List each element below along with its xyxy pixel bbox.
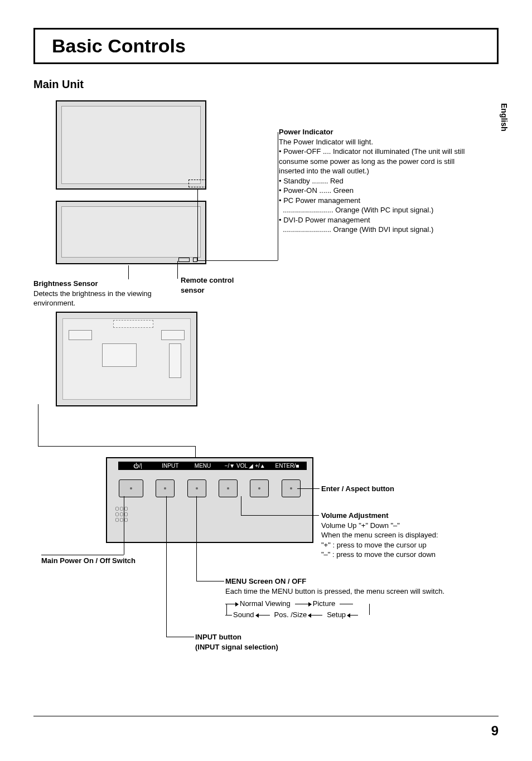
label-body: Each time the MENU button is pressed, th… bbox=[225, 586, 448, 597]
leader-line bbox=[241, 515, 319, 516]
btn-label-enter: ENTER/■ bbox=[271, 463, 303, 469]
label-menu-button: MENU Screen ON / OFF Each time the MENU … bbox=[225, 576, 448, 622]
figure-button-panel: ⏻/| INPUT MENU −/▼ VOL ◢ +/▲ ENTER/■ ▢▢▢… bbox=[106, 457, 313, 543]
power-button bbox=[119, 479, 143, 497]
page-title: Basic Controls bbox=[52, 35, 486, 57]
leader-line bbox=[38, 404, 38, 446]
btn-label-input: INPUT bbox=[154, 463, 186, 469]
figure-tv-bottom bbox=[56, 201, 206, 264]
label-remote-sensor: Remote control sensor bbox=[181, 275, 248, 295]
leader-line bbox=[195, 446, 196, 457]
back-panel-port bbox=[69, 330, 92, 340]
figure-tv-front bbox=[56, 100, 206, 190]
buttons-row bbox=[107, 479, 312, 497]
flow-node: Pos. /Size bbox=[274, 610, 307, 620]
label-item: • DVI-D Power management bbox=[279, 215, 474, 225]
btn-label-menu: MENU bbox=[186, 463, 219, 469]
label-item: ......................... Orange (With P… bbox=[279, 205, 474, 215]
menu-flow-diagram: Normal Viewing Picture Sound Pos. /Size … bbox=[225, 599, 448, 622]
back-panel-port bbox=[161, 330, 185, 340]
leader-line bbox=[197, 190, 198, 260]
leader-line bbox=[196, 581, 224, 581]
label-line: "+" : press to move the cursor up bbox=[321, 540, 477, 550]
label-power-indicator: Power Indicator The Power Indicator will… bbox=[279, 127, 474, 235]
footer-rule bbox=[33, 716, 499, 716]
label-heading: Brightness Sensor bbox=[33, 279, 98, 288]
remote-sensor-mark bbox=[178, 258, 190, 262]
leader-line bbox=[124, 496, 124, 555]
figure-tv-back bbox=[56, 312, 197, 406]
btn-label-vol: −/▼ VOL ◢ +/▲ bbox=[219, 463, 271, 469]
label-heading: Power Indicator bbox=[279, 127, 474, 137]
leader-line bbox=[41, 555, 124, 555]
btn-label-power-icon: ⏻/| bbox=[122, 463, 154, 469]
label-line: When the menu screen is displayed: bbox=[321, 530, 477, 540]
label-heading: Volume Adjustment bbox=[321, 511, 477, 521]
label-item: • Power-OFF .... Indicator not illuminat… bbox=[279, 147, 474, 176]
label-heading: MENU Screen ON / OFF bbox=[225, 576, 448, 586]
label-item: ........................ Orange (With DV… bbox=[279, 225, 474, 235]
flow-node: Normal Viewing bbox=[240, 599, 291, 609]
input-button bbox=[156, 479, 175, 497]
figure-tv-screen bbox=[61, 106, 201, 184]
flow-node: Picture bbox=[313, 599, 335, 609]
button-labels-strip: ⏻/| INPUT MENU −/▼ VOL ◢ +/▲ ENTER/■ bbox=[118, 462, 307, 470]
leader-line bbox=[278, 132, 278, 260]
flow-node: Setup bbox=[327, 610, 346, 620]
label-main-power: Main Power On / Off Switch bbox=[41, 556, 164, 566]
vol-up-button bbox=[250, 479, 269, 497]
label-heading: Remote control sensor bbox=[181, 276, 234, 294]
label-heading: INPUT button bbox=[195, 633, 241, 641]
label-enter-aspect: Enter / Aspect button bbox=[321, 484, 444, 494]
label-item: • PC Power management bbox=[279, 196, 474, 206]
flow-node: Sound bbox=[233, 610, 254, 620]
back-panel-port bbox=[102, 343, 137, 367]
label-heading: Main Power On / Off Switch bbox=[41, 556, 136, 565]
tv-back-inner bbox=[62, 318, 191, 400]
leader-line bbox=[166, 496, 167, 637]
indicator-led-mark bbox=[193, 258, 197, 262]
sensor-callout-mark bbox=[188, 180, 206, 187]
section-heading: Main Unit bbox=[33, 78, 499, 91]
back-panel-buttons-callout bbox=[113, 320, 153, 328]
label-sub: (INPUT signal selection) bbox=[195, 643, 278, 651]
leader-line bbox=[297, 488, 320, 489]
menu-button bbox=[187, 479, 206, 497]
label-line: "–" : press to move the cursor down bbox=[321, 550, 477, 560]
vol-down-button bbox=[219, 479, 238, 497]
leader-line bbox=[197, 260, 278, 261]
leader-line bbox=[38, 446, 195, 447]
language-tab: English bbox=[500, 103, 509, 132]
label-item: • Power-ON ...... Green bbox=[279, 186, 474, 196]
label-item: • Standby ........ Red bbox=[279, 176, 474, 186]
label-body: Detects the brightness in the viewing en… bbox=[33, 289, 152, 308]
leader-line bbox=[241, 496, 241, 515]
label-heading: Enter / Aspect button bbox=[321, 484, 394, 493]
page-title-box: Basic Controls bbox=[33, 28, 499, 64]
page-number: 9 bbox=[491, 723, 499, 739]
leader-line bbox=[196, 496, 197, 581]
manual-page: Basic Controls Main Unit English Power I… bbox=[0, 0, 532, 761]
label-volume: Volume Adjustment Volume Up "+" Down "–"… bbox=[321, 511, 477, 560]
leader-line bbox=[166, 637, 194, 637]
leader-line bbox=[177, 261, 178, 279]
figure-tv-bottom-edge bbox=[61, 206, 201, 258]
label-body: The Power Indicator will light. bbox=[279, 137, 474, 147]
label-brightness-sensor: Brightness Sensor Detects the brightness… bbox=[33, 279, 178, 308]
label-line: Volume Up "+" Down "–" bbox=[321, 521, 477, 531]
label-input-button: INPUT button (INPUT signal selection) bbox=[195, 632, 351, 652]
leader-line bbox=[128, 265, 129, 279]
back-panel-port bbox=[169, 343, 181, 378]
vent-dots: ▢▢▢▢▢▢▢▢▢ bbox=[115, 506, 129, 522]
